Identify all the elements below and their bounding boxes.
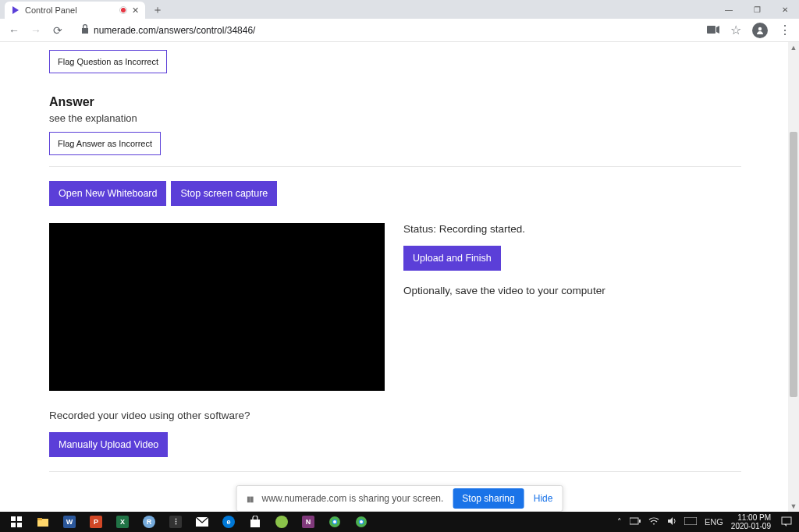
explanation-text: see the explanation bbox=[49, 112, 741, 124]
svg-rect-6 bbox=[11, 523, 16, 527]
svg-marker-2 bbox=[716, 26, 719, 34]
language-indicator[interactable]: ENG bbox=[705, 517, 723, 527]
maximize-button[interactable]: ❐ bbox=[743, 0, 771, 19]
star-icon[interactable]: ☆ bbox=[730, 23, 741, 37]
svg-marker-20 bbox=[668, 517, 673, 525]
address-bar: ← → ⟳ numerade.com/answers/control/34846… bbox=[0, 19, 799, 42]
battery-icon[interactable] bbox=[630, 517, 641, 527]
lock-icon bbox=[81, 24, 89, 36]
new-tab-button[interactable]: ＋ bbox=[148, 2, 167, 19]
page-viewport: Flag Question as Incorrect Answer see th… bbox=[0, 42, 799, 512]
powerpoint-icon[interactable]: P bbox=[83, 512, 109, 532]
clock-date: 2020-01-09 bbox=[731, 522, 771, 530]
chrome-icon[interactable] bbox=[321, 512, 348, 532]
divider bbox=[49, 471, 741, 472]
forward-button[interactable]: → bbox=[30, 24, 42, 37]
svg-rect-1 bbox=[707, 26, 716, 34]
word-icon[interactable]: W bbox=[56, 512, 83, 532]
camera-icon[interactable] bbox=[707, 23, 719, 37]
file-explorer-icon[interactable] bbox=[30, 512, 56, 532]
browser-tab[interactable]: Control Panel ✕ bbox=[5, 2, 145, 19]
open-whiteboard-button[interactable]: Open New Whiteboard bbox=[49, 181, 166, 206]
mail-icon[interactable] bbox=[189, 512, 215, 532]
action-row: Open New Whiteboard Stop screen capture bbox=[49, 181, 741, 206]
hide-share-bar-link[interactable]: Hide bbox=[534, 493, 553, 504]
url-field[interactable]: numerade.com/answers/control/34846/ bbox=[81, 24, 698, 36]
wifi-icon[interactable] bbox=[648, 516, 659, 527]
status-text: Status: Recording started. bbox=[403, 223, 605, 235]
svg-point-17 bbox=[360, 520, 363, 523]
numerade-favicon-icon bbox=[11, 5, 20, 15]
store-icon[interactable] bbox=[242, 512, 268, 532]
scroll-down-icon[interactable]: ▼ bbox=[788, 501, 799, 512]
svg-rect-4 bbox=[11, 516, 16, 521]
stop-sharing-button[interactable]: Stop sharing bbox=[453, 488, 524, 509]
windows-taskbar: W P X R ⋮ e N ˄ ENG bbox=[0, 512, 799, 532]
stop-capture-button[interactable]: Stop screen capture bbox=[171, 181, 277, 206]
svg-rect-22 bbox=[782, 517, 791, 524]
svg-rect-21 bbox=[684, 517, 697, 525]
clock[interactable]: 11:00 PM 2020-01-09 bbox=[731, 513, 771, 530]
other-software-text: Recorded your video using other software… bbox=[49, 410, 741, 421]
onenote-icon[interactable]: N bbox=[295, 512, 321, 532]
taskbar-tray: ˄ ENG 11:00 PM 2020-01-09 bbox=[617, 513, 796, 530]
screen-share-bar: ▮▮ www.numerade.com is sharing your scre… bbox=[236, 485, 563, 512]
toolbar-right: ☆ ⋮ bbox=[707, 23, 791, 38]
browser-tab-strip: Control Panel ✕ ＋ — ❐ ✕ bbox=[0, 0, 799, 19]
url-text: numerade.com/answers/control/34846/ bbox=[94, 25, 255, 36]
manual-upload-button[interactable]: Manually Upload Video bbox=[49, 432, 168, 457]
edge-icon[interactable]: e bbox=[215, 512, 242, 532]
flag-question-button[interactable]: Flag Question as Incorrect bbox=[49, 50, 167, 73]
page-content: Flag Question as Incorrect Answer see th… bbox=[0, 42, 788, 472]
svg-rect-18 bbox=[630, 518, 638, 524]
scroll-up-icon[interactable]: ▲ bbox=[788, 42, 799, 53]
video-section: Status: Recording started. Upload and Fi… bbox=[49, 223, 741, 391]
chrome2-icon[interactable] bbox=[348, 512, 375, 532]
divider bbox=[49, 166, 741, 167]
start-button[interactable] bbox=[3, 512, 30, 532]
svg-point-3 bbox=[758, 27, 762, 30]
scrollbar-thumb[interactable] bbox=[790, 132, 797, 397]
video-preview[interactable] bbox=[49, 223, 385, 391]
svg-rect-9 bbox=[37, 518, 42, 520]
pause-icon[interactable]: ▮▮ bbox=[247, 495, 253, 503]
close-window-button[interactable]: ✕ bbox=[771, 0, 799, 19]
tab-title: Control Panel bbox=[25, 5, 115, 15]
clock-time: 11:00 PM bbox=[731, 513, 771, 522]
tray-chevron-icon[interactable]: ˄ bbox=[617, 517, 622, 527]
scrollbar[interactable]: ▲ ▼ bbox=[788, 42, 799, 512]
answer-heading: Answer bbox=[49, 95, 741, 109]
back-button[interactable]: ← bbox=[8, 24, 20, 37]
minimize-button[interactable]: — bbox=[715, 0, 743, 19]
app-icon[interactable]: ⋮ bbox=[162, 512, 189, 532]
svg-marker-23 bbox=[784, 524, 787, 527]
close-tab-icon[interactable]: ✕ bbox=[132, 5, 139, 16]
svg-marker-0 bbox=[12, 6, 19, 14]
share-message: www.numerade.com is sharing your screen. bbox=[262, 493, 444, 504]
rstudio-icon[interactable]: R bbox=[136, 512, 162, 532]
svg-rect-7 bbox=[17, 523, 22, 527]
svg-rect-11 bbox=[250, 520, 260, 527]
flag-answer-button[interactable]: Flag Answer as Incorrect bbox=[49, 132, 161, 155]
optional-save-text: Optionally, save the video to your compu… bbox=[403, 285, 605, 296]
svg-point-14 bbox=[333, 520, 336, 523]
excel-icon[interactable]: X bbox=[109, 512, 136, 532]
window-controls: — ❐ ✕ bbox=[715, 0, 799, 19]
menu-icon[interactable]: ⋮ bbox=[779, 23, 791, 37]
profile-avatar-icon[interactable] bbox=[752, 23, 768, 38]
volume-icon[interactable] bbox=[667, 516, 676, 527]
svg-rect-19 bbox=[639, 520, 641, 523]
svg-rect-5 bbox=[17, 516, 22, 521]
keyboard-icon[interactable] bbox=[684, 517, 697, 527]
reload-button[interactable]: ⟳ bbox=[51, 24, 64, 37]
recording-indicator-icon bbox=[119, 6, 127, 14]
video-side-panel: Status: Recording started. Upload and Fi… bbox=[403, 223, 605, 296]
app2-icon[interactable] bbox=[268, 512, 295, 532]
upload-finish-button[interactable]: Upload and Finish bbox=[403, 246, 501, 271]
notifications-icon[interactable] bbox=[779, 515, 794, 529]
taskbar-apps: W P X R ⋮ e N bbox=[3, 512, 375, 532]
